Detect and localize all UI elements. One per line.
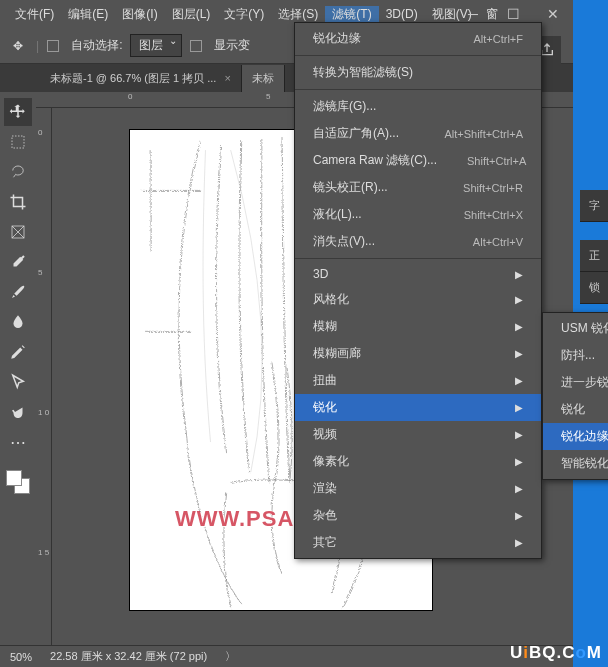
color-swatches[interactable] [4, 468, 32, 496]
menu-item-镜头校正(R)...[interactable]: 镜头校正(R)...Shift+Ctrl+R [295, 174, 541, 201]
auto-select-label: 自动选择: [71, 37, 122, 54]
menu-sub-像素化[interactable]: 像素化▶ [295, 448, 541, 475]
tab-doc-2[interactable]: 未标 [242, 65, 285, 92]
submenu-智能锐化[interactable]: 智能锐化 [543, 450, 608, 477]
filter-menu: 锐化边缘Alt+Ctrl+F 转换为智能滤镜(S) 滤镜库(G)...自适应广角… [294, 22, 542, 559]
menu-last-filter[interactable]: 锐化边缘Alt+Ctrl+F [295, 25, 541, 52]
menu-sub-模糊画廊[interactable]: 模糊画廊▶ [295, 340, 541, 367]
sharpen-submenu: USM 锐化防抖...进一步锐化锐化锐化边缘智能锐化 [542, 312, 608, 480]
pen-tool[interactable] [4, 338, 32, 366]
panel-tab-1[interactable]: 字 [580, 190, 608, 222]
move-tool-icon: ✥ [8, 36, 28, 56]
eyedropper-tool[interactable] [4, 248, 32, 276]
auto-select-checkbox[interactable] [47, 40, 59, 52]
statusbar: 50% 22.58 厘米 x 32.42 厘米 (72 ppi) 〉 [0, 645, 573, 667]
fg-color[interactable] [6, 470, 22, 486]
lasso-tool[interactable] [4, 158, 32, 186]
menu-item-液化(L)...[interactable]: 液化(L)...Shift+Ctrl+X [295, 201, 541, 228]
menu-sub-杂色[interactable]: 杂色▶ [295, 502, 541, 529]
tab-doc-1[interactable]: 未标题-1 @ 66.7% (图层 1 拷贝 ...× [40, 65, 242, 92]
menu-sub-锐化[interactable]: 锐化▶ [295, 394, 541, 421]
doc-dimensions: 22.58 厘米 x 32.42 厘米 (72 ppi) [50, 649, 207, 664]
crop-tool[interactable] [4, 188, 32, 216]
menu-edit[interactable]: 编辑(E) [61, 6, 115, 23]
menu-filter[interactable]: 滤镜(T) [325, 6, 378, 23]
corner-watermark: UiBQ.CoM [510, 643, 602, 663]
right-panels-2: 正 锁 [580, 240, 608, 304]
menu-convert-smart[interactable]: 转换为智能滤镜(S) [295, 59, 541, 86]
panel-tab-2[interactable]: 正 [580, 240, 608, 272]
layer-dropdown[interactable]: 图层 [130, 34, 182, 57]
submenu-锐化[interactable]: 锐化 [543, 396, 608, 423]
blur-tool[interactable] [4, 308, 32, 336]
submenu-USM 锐化[interactable]: USM 锐化 [543, 315, 608, 342]
status-arrow-icon[interactable]: 〉 [225, 649, 236, 664]
menu-sub-扭曲[interactable]: 扭曲▶ [295, 367, 541, 394]
menu-sub-3D[interactable]: 3D▶ [295, 262, 541, 286]
menu-item-消失点(V)...[interactable]: 消失点(V)...Alt+Ctrl+V [295, 228, 541, 255]
brush-tool[interactable] [4, 278, 32, 306]
menu-sub-渲染[interactable]: 渲染▶ [295, 475, 541, 502]
svg-rect-0 [12, 136, 24, 148]
menu-file[interactable]: 文件(F) [8, 6, 61, 23]
frame-tool[interactable] [4, 218, 32, 246]
submenu-防抖...[interactable]: 防抖... [543, 342, 608, 369]
close-icon[interactable]: × [224, 72, 230, 84]
menu-sub-视频[interactable]: 视频▶ [295, 421, 541, 448]
submenu-进一步锐化[interactable]: 进一步锐化 [543, 369, 608, 396]
menu-item-自适应广角(A)...[interactable]: 自适应广角(A)...Alt+Shift+Ctrl+A [295, 120, 541, 147]
path-select-tool[interactable] [4, 368, 32, 396]
right-panels: 字 [580, 190, 608, 222]
menu-sub-其它[interactable]: 其它▶ [295, 529, 541, 556]
more-tools[interactable]: ⋯ [4, 428, 32, 456]
menu-item-Camera Raw 滤镜(C)...[interactable]: Camera Raw 滤镜(C)...Shift+Ctrl+A [295, 147, 541, 174]
ruler-vertical: 0 5 1 0 1 5 [36, 108, 52, 645]
menu-item-滤镜库(G)...[interactable]: 滤镜库(G)... [295, 93, 541, 120]
menu-sub-模糊[interactable]: 模糊▶ [295, 313, 541, 340]
marquee-tool[interactable] [4, 128, 32, 156]
submenu-锐化边缘[interactable]: 锐化边缘 [543, 423, 608, 450]
menu-image[interactable]: 图像(I) [115, 6, 164, 23]
hand-tool[interactable] [4, 398, 32, 426]
menu-select[interactable]: 选择(S) [271, 6, 325, 23]
show-transform-checkbox[interactable] [190, 40, 202, 52]
menu-layer[interactable]: 图层(L) [165, 6, 218, 23]
move-tool[interactable] [4, 98, 32, 126]
zoom-level[interactable]: 50% [10, 651, 32, 663]
menu-sub-风格化[interactable]: 风格化▶ [295, 286, 541, 313]
toolbox: ⋯ [0, 92, 36, 645]
show-transform-label: 显示变 [214, 37, 250, 54]
panel-tab-3[interactable]: 锁 [580, 272, 608, 304]
menu-3d[interactable]: 3D(D) [379, 7, 425, 21]
menu-type[interactable]: 文字(Y) [217, 6, 271, 23]
